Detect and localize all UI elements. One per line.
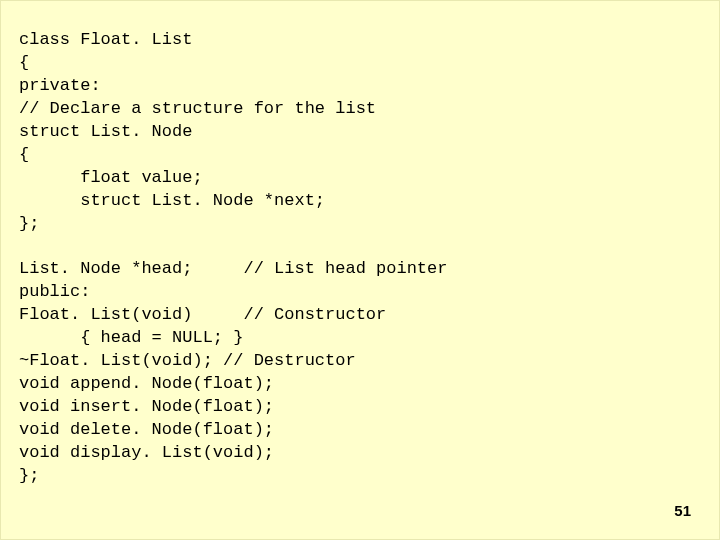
code-line: class Float. List (19, 30, 192, 49)
code-line: void insert. Node(float); (19, 397, 274, 416)
code-line: // Declare a structure for the list (19, 99, 376, 118)
code-line: struct List. Node (19, 122, 192, 141)
code-line: void delete. Node(float); (19, 420, 274, 439)
code-line: { head = NULL; } (19, 328, 243, 347)
code-block: class Float. List { private: // Declare … (19, 29, 701, 488)
code-line: { (19, 53, 29, 72)
code-line: { (19, 145, 29, 164)
code-line: float value; (19, 168, 203, 187)
code-line: Float. List(void) // Constructor (19, 305, 386, 324)
code-line: private: (19, 76, 101, 95)
page-number: 51 (674, 502, 691, 519)
code-line: void display. List(void); (19, 443, 274, 462)
code-line: }; (19, 214, 39, 233)
code-line: ~Float. List(void); // Destructor (19, 351, 356, 370)
code-line: void append. Node(float); (19, 374, 274, 393)
code-line: public: (19, 282, 90, 301)
code-line: List. Node *head; // List head pointer (19, 259, 447, 278)
slide: class Float. List { private: // Declare … (0, 0, 720, 540)
code-line: }; (19, 466, 39, 485)
code-line: struct List. Node *next; (19, 191, 325, 210)
